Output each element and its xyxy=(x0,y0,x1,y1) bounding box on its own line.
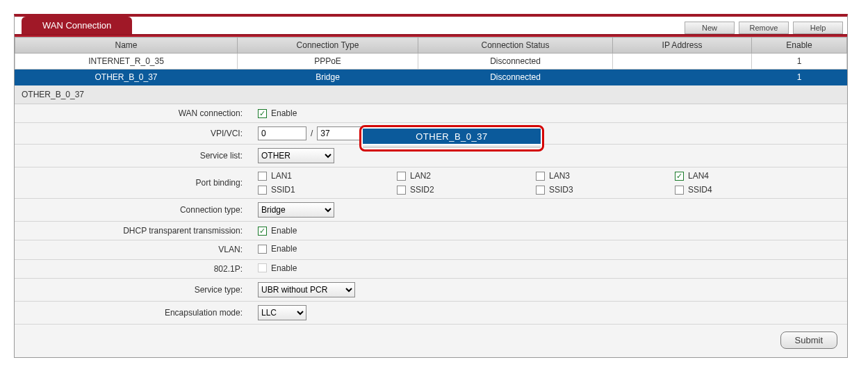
cell-type: PPPoE xyxy=(238,54,418,69)
service-list-select[interactable]: OTHER xyxy=(258,148,334,163)
submit-button[interactable]: Submit xyxy=(780,331,837,349)
port-binding-grid: LAN1 LAN2 LAN3 ✓LAN4 SSID1 SSID2 SSID3 S… xyxy=(258,171,840,195)
service-type-select[interactable]: UBR without PCR xyxy=(258,282,355,297)
vpi-vci-slash: / xyxy=(311,129,313,138)
connection-type-select[interactable]: Bridge xyxy=(258,202,334,218)
label-8021p: 802.1P: xyxy=(15,259,251,279)
new-button[interactable]: New xyxy=(685,22,735,34)
vpi-input[interactable] xyxy=(258,126,306,140)
col-ip: IP Address xyxy=(613,38,752,54)
cell-name: INTERNET_R_0_35 xyxy=(15,54,238,69)
tab-wan-connection[interactable]: WAN Connection xyxy=(22,17,132,34)
annotation-text: OTHER_B_0_37 xyxy=(363,129,541,144)
wan-connection-panel: WAN Connection New Remove Help Name Conn… xyxy=(14,14,848,358)
label-vlan: VLAN: xyxy=(15,240,251,260)
top-bar: WAN Connection New Remove Help xyxy=(15,17,847,34)
cell-enable: 1 xyxy=(752,54,847,69)
cell-ip xyxy=(613,54,752,69)
table-row[interactable]: OTHER_B_0_37 Bridge Disconnected 1 xyxy=(15,69,847,85)
label-encap: Encapsulation mode: xyxy=(15,302,251,325)
encapsulation-select[interactable]: LLC xyxy=(258,305,306,320)
port-ssid4[interactable]: SSID4 xyxy=(675,185,814,195)
col-name: Name xyxy=(15,38,238,54)
port-lan1[interactable]: LAN1 xyxy=(258,171,397,181)
cell-status: Disconnected xyxy=(418,69,613,85)
label-dhcp: DHCP transparent transmission: xyxy=(15,222,251,240)
annotation-callout: OTHER_B_0_37 xyxy=(359,125,544,151)
port-ssid3[interactable]: SSID3 xyxy=(536,185,675,195)
8021p-enable-checkbox[interactable]: Enable xyxy=(258,263,327,273)
connections-table: Name Connection Type Connection Status I… xyxy=(15,37,847,85)
col-enable: Enable xyxy=(752,38,847,54)
cell-type: Bridge xyxy=(238,69,418,85)
wan-enable-text: Enable xyxy=(271,108,297,118)
wan-enable-checkbox[interactable]: ✓ Enable xyxy=(258,108,327,118)
label-vpi-vci: VPI/VCI: xyxy=(15,123,251,145)
label-service-list: Service list: xyxy=(15,145,251,167)
vci-input[interactable] xyxy=(317,126,366,140)
help-button[interactable]: Help xyxy=(793,22,843,34)
col-type: Connection Type xyxy=(238,38,418,54)
vlan-enable-checkbox[interactable]: Enable xyxy=(258,244,327,254)
port-lan4[interactable]: ✓LAN4 xyxy=(675,171,814,181)
annotation-arrow xyxy=(15,357,849,372)
label-wan-connection: WAN connection: xyxy=(15,104,251,123)
port-ssid2[interactable]: SSID2 xyxy=(397,185,536,195)
port-lan3[interactable]: LAN3 xyxy=(536,171,675,181)
label-port-binding: Port binding: xyxy=(15,167,251,199)
remove-button[interactable]: Remove xyxy=(739,22,789,34)
submit-row: Submit xyxy=(15,325,847,357)
port-lan2[interactable]: LAN2 xyxy=(397,171,536,181)
cell-status: Disconnected xyxy=(418,54,613,69)
section-title: OTHER_B_0_37 xyxy=(15,85,847,104)
label-connection-type: Connection type: xyxy=(15,199,251,222)
cell-enable: 1 xyxy=(752,69,847,85)
cell-name: OTHER_B_0_37 xyxy=(15,69,238,85)
table-row[interactable]: INTERNET_R_0_35 PPPoE Disconnected 1 xyxy=(15,54,847,69)
port-ssid1[interactable]: SSID1 xyxy=(258,185,397,195)
dhcp-enable-checkbox[interactable]: ✓ Enable xyxy=(258,226,327,236)
cell-ip xyxy=(613,69,752,85)
col-status: Connection Status xyxy=(418,38,613,54)
label-service-type: Service type: xyxy=(15,279,251,302)
top-buttons: New Remove Help xyxy=(685,20,847,34)
